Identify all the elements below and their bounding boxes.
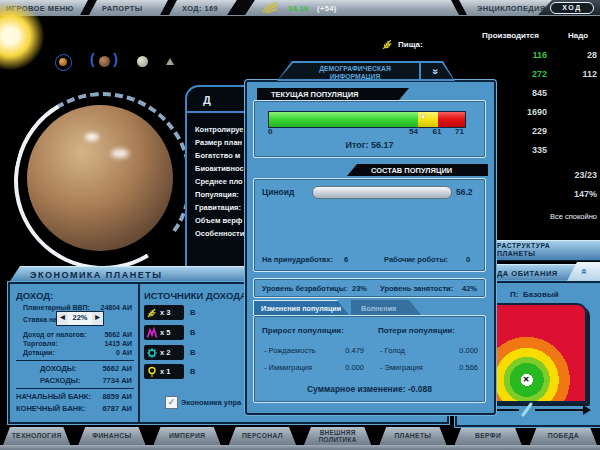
total-change-label: Суммарное изменение: [307, 384, 406, 394]
tab-empire[interactable]: ИМПЕРИЯ [154, 427, 221, 445]
gauge-red-segment [438, 112, 465, 127]
demographics-title-line1: ДЕМОГРАФИЧЕСКАЯ [319, 65, 391, 72]
start-bank-value: 8859 АИ [62, 392, 132, 401]
demographics-tab-inner: ДЕМОГРАФИЧЕСКАЯ ИНФОРМАЦИЯ » [279, 63, 453, 79]
current-pop-header: ТЕКУЩАЯ ПОПУЛЯЦИЯ [271, 90, 358, 99]
pop-total-value: 56.17 [371, 140, 394, 150]
tax-income-value: 5662 АИ [62, 331, 132, 338]
loss-row-value: 0.566 [436, 363, 478, 372]
planet-info-title: Д [203, 94, 211, 106]
tax-rate-spinner: ◀ 22% ▶ [56, 311, 104, 326]
robots-value: 0 [466, 255, 470, 264]
separator [160, 0, 177, 15]
divider [16, 360, 134, 361]
trade-value: 1415 АИ [62, 340, 132, 347]
income-source-entertainment: x 5 [144, 325, 184, 340]
race-population-bar [312, 186, 452, 199]
source-count: x 2 [160, 348, 170, 357]
demographics-tab-header[interactable]: ДЕМОГРАФИЧЕСКАЯ ИНФОРМАЦИЯ » [277, 61, 455, 81]
wheat-icon [146, 307, 158, 319]
scale-green: 54 [409, 127, 418, 136]
source-count: x 5 [160, 328, 170, 337]
planet-thumb-1[interactable] [55, 54, 72, 71]
tab-finance[interactable]: ФИНАНСЫ [78, 427, 145, 445]
tax-increase-button[interactable]: ▶ [92, 312, 103, 325]
planet-info-row: Биоактивнос [195, 164, 244, 173]
planet-info-row: Размер план [195, 138, 242, 147]
demographics-title-line2: ИНФОРМАЦИЯ [330, 73, 381, 80]
total-change-value: -0.088 [408, 384, 432, 394]
source-detail-button[interactable]: В [190, 367, 195, 376]
end-turn-button[interactable]: ХОД [550, 2, 594, 14]
tab-unrest-label: Волнения [361, 304, 396, 313]
forced-labor-value: 6 [344, 255, 348, 264]
loss-row-label: - Эмиграция [380, 363, 423, 372]
population-gauge: ▲ [268, 111, 466, 128]
trade-label: Торговля: [23, 340, 58, 347]
gdp-value: 24804 АИ [62, 304, 132, 311]
subsidy-value: 0 АИ [62, 349, 132, 356]
economy-auto-label: Экономика упра [181, 398, 241, 407]
unemployment-value: 23% [352, 284, 367, 293]
employment-box: Уровень безработицы: 23% Уровень занятос… [253, 278, 486, 298]
pop-total-label: Итог: [345, 140, 368, 150]
food-icon [381, 38, 394, 51]
planet-large[interactable] [27, 105, 173, 251]
reports-button[interactable]: РАПОРТЫ [102, 4, 143, 13]
selection-bracket-right-icon: ) [113, 51, 118, 67]
subsidy-label: Дотации: [23, 349, 55, 356]
composition-box: Циноид 56.2 На принудработах: 6 Рабочие … [253, 178, 486, 272]
tab-unrest[interactable]: Волнения [351, 300, 421, 315]
resource-needed: 112 [556, 69, 597, 79]
planet-info-row: Популяция: [195, 190, 239, 199]
tab-technology[interactable]: ТЕХНОЛОГИЯ [3, 427, 70, 445]
tax-decrease-button[interactable]: ◀ [57, 312, 68, 325]
top-menu-bar: ИГРОВОЕ МЕНЮ РАПОРТЫ ХОД: 169 34.1k (+54… [0, 0, 600, 17]
forced-labor-label: На принудработах: [262, 255, 333, 264]
credits-icon [262, 2, 278, 14]
growth-row-label: - Иммиграция [264, 363, 312, 372]
planet-thumb-2-selected[interactable]: ( ) [93, 52, 115, 72]
gauge-marker-icon: ▲ [420, 112, 427, 119]
source-detail-button[interactable]: В [190, 308, 195, 317]
encyclopedia-button[interactable]: ЭНЦИКЛОПЕДИЯ [477, 4, 546, 13]
tab-victory[interactable]: ПОБЕДА [530, 427, 597, 445]
habitat-tab-label: ДА ОБИТАНИЯ [497, 269, 558, 278]
population-changes-box: Прирост популяции: Потери популяции: - Р… [253, 315, 486, 403]
planet-thumb-3[interactable] [137, 56, 148, 67]
asteroid-thumb[interactable] [166, 58, 174, 65]
source-detail-button[interactable]: В [190, 348, 195, 357]
divider [138, 284, 140, 422]
tab-foreign-policy[interactable]: ВНЕШНЯЯ ПОЛИТИКА [304, 427, 371, 445]
loss-row-label: - Голод [380, 346, 405, 355]
tab-population-changes[interactable]: Изменения популяции [253, 300, 349, 315]
tax-rate-value: 22% [68, 312, 92, 325]
game-screen: ИГРОВОЕ МЕНЮ РАПОРТЫ ХОД: 169 34.1k (+54… [0, 0, 600, 450]
scale-min: 0 [268, 127, 272, 136]
demographics-panel: ТЕКУЩАЯ ПОПУЛЯЦИЯ ▲ 0 54 61 71 Итог: 56.… [245, 80, 496, 415]
tab-personnel[interactable]: ПЕРСОНАЛ [229, 427, 296, 445]
economy-auto-checkbox[interactable]: ✓ [165, 396, 178, 409]
slots-indicator: 23/23 [540, 170, 597, 180]
employment-label: Уровень занятости: [380, 284, 453, 293]
resource-produced: 845 [495, 88, 547, 98]
habitat-type-label: П: [510, 290, 518, 299]
collapse-down-icon: » [430, 68, 441, 74]
produced-header: Производится [482, 31, 539, 40]
resource-produced: 229 [495, 126, 547, 136]
tab-planets[interactable]: ПЛАНЕТЫ [379, 427, 446, 445]
status-text: Все спокойно [518, 212, 597, 221]
collapse-up-icon: » [578, 268, 589, 274]
growth-row-value: 0.000 [320, 363, 364, 372]
entertainment-icon [146, 327, 158, 339]
tab-shipyards[interactable]: ВЕРФИ [455, 427, 522, 445]
source-detail-button[interactable]: В [190, 328, 195, 337]
growth-row-value: 0.479 [320, 346, 364, 355]
loss-row-value: 0.000 [436, 346, 478, 355]
race-label: Циноид [262, 187, 294, 197]
selection-bracket-left-icon: ( [90, 51, 95, 67]
resource-needed: 28 [556, 50, 597, 60]
gauge-green-segment [269, 112, 418, 127]
planet-info-row: Контролируе [195, 125, 243, 134]
demographics-collapse-button[interactable]: » [419, 63, 449, 79]
